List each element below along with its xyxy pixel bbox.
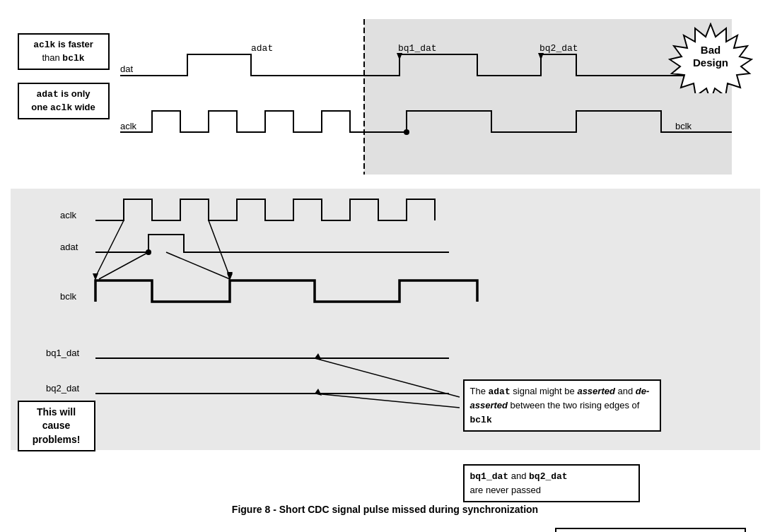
svg-text:adat: adat [251,43,273,54]
adat-width-box: adat is only one aclk wide [18,83,110,119]
svg-line-22 [99,252,148,279]
problems-box: This willcauseproblems! [18,401,95,452]
adat-signal-box: The adat signal might be asserted and de… [463,379,661,432]
is-only-text: is only [59,88,91,99]
top-timing-area: adat dat bq1_dat bq2_dat aclk bclk aclk [11,19,760,189]
svg-text:bq2_dat: bq2_dat [46,383,79,394]
svg-point-7 [404,129,409,135]
svg-text:Bad: Bad [700,44,720,56]
figure-caption: Figure 8 - Short CDC signal pulse missed… [11,504,760,515]
svg-text:aclk: aclk [60,210,77,220]
bq1-mono: bq1_dat [470,471,509,482]
svg-line-20 [209,220,230,277]
bclk-label: bclk [62,53,84,64]
bad-design-burst: Bad Design [668,23,753,93]
aclk-faster-box: aclk is faster than bclk [18,33,110,70]
svg-text:Design: Design [692,57,728,69]
bq-never-box: bq1_dat and bq2_datare never passed [463,464,640,502]
svg-line-23 [166,252,230,279]
svg-marker-30 [315,389,322,396]
adat-mono: adat [489,386,511,397]
aclk-label: aclk [33,40,55,50]
burst-svg: Bad Design [668,23,753,93]
svg-text:adat: adat [60,242,78,252]
one-text: one [31,102,50,112]
flawed-box: This technique isflawed and completelyun… [555,528,746,533]
is-faster-text: is faster [55,39,93,49]
top-timing-svg: adat dat bq1_dat bq2_dat aclk bclk [11,19,760,189]
svg-text:bq2_dat: bq2_dat [539,43,578,54]
svg-text:bq1_dat: bq1_dat [46,348,79,358]
asserted-text: asserted [577,386,614,396]
svg-text:bclk: bclk [675,121,692,131]
aclk-label2: aclk [50,102,72,113]
svg-line-29 [315,394,460,408]
svg-line-26 [315,358,460,397]
svg-text:bclk: bclk [60,291,77,302]
bclk-mono: bclk [470,415,492,425]
bq2-mono: bq2_dat [529,471,568,482]
svg-text:bq1_dat: bq1_dat [398,43,437,54]
svg-text:dat: dat [120,64,133,74]
wide-text: wide [72,102,95,112]
svg-text:aclk: aclk [120,121,137,131]
svg-marker-27 [315,353,322,360]
adat-label: adat [36,89,58,100]
main-container: adat dat bq1_dat bq2_dat aclk bclk aclk [11,12,760,521]
problems-text: This willcauseproblems! [33,406,81,445]
bottom-timing-area: aclk adat bclk bq1_dat [11,189,760,450]
